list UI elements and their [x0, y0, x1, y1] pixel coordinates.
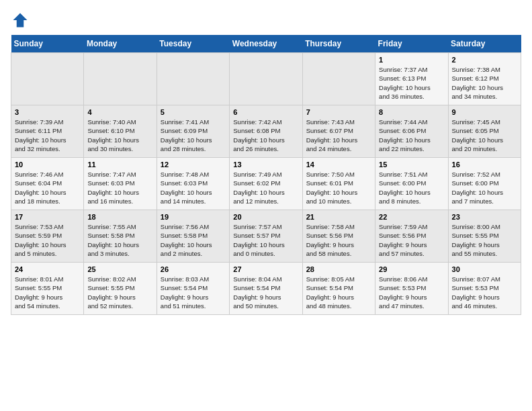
calendar-body: 1Sunrise: 7:37 AM Sunset: 6:13 PM Daylig… — [11, 53, 521, 315]
day-cell: 18Sunrise: 7:55 AM Sunset: 5:58 PM Dayli… — [84, 210, 157, 263]
day-info: Sunrise: 7:41 AM Sunset: 6:09 PM Dayligh… — [161, 118, 226, 153]
day-info: Sunrise: 8:06 AM Sunset: 5:53 PM Dayligh… — [379, 275, 444, 310]
day-cell: 30Sunrise: 8:07 AM Sunset: 5:53 PM Dayli… — [448, 263, 521, 315]
day-cell: 12Sunrise: 7:48 AM Sunset: 6:03 PM Dayli… — [157, 158, 229, 210]
day-number: 21 — [306, 213, 371, 221]
day-info: Sunrise: 7:38 AM Sunset: 6:12 PM Dayligh… — [452, 65, 517, 101]
header-day-tuesday: Tuesday — [157, 35, 229, 53]
header-day-monday: Monday — [84, 35, 157, 53]
day-cell: 5Sunrise: 7:41 AM Sunset: 6:09 PM Daylig… — [157, 105, 229, 158]
day-number: 9 — [452, 108, 517, 116]
header-day-sunday: Sunday — [11, 35, 84, 53]
day-info: Sunrise: 7:40 AM Sunset: 6:10 PM Dayligh… — [87, 118, 152, 153]
day-number: 6 — [233, 108, 298, 116]
day-cell: 23Sunrise: 8:00 AM Sunset: 5:55 PM Dayli… — [448, 210, 521, 263]
calendar-header: SundayMondayTuesdayWednesdayThursdayFrid… — [11, 35, 521, 53]
day-info: Sunrise: 7:46 AM Sunset: 6:04 PM Dayligh… — [15, 170, 80, 205]
day-number: 7 — [306, 108, 371, 116]
day-cell: 22Sunrise: 7:59 AM Sunset: 5:56 PM Dayli… — [375, 210, 448, 263]
day-number: 28 — [306, 265, 371, 273]
day-info: Sunrise: 8:05 AM Sunset: 5:54 PM Dayligh… — [306, 275, 371, 310]
day-number: 22 — [379, 213, 444, 221]
day-cell: 19Sunrise: 7:56 AM Sunset: 5:58 PM Dayli… — [157, 210, 229, 263]
header-day-friday: Friday — [375, 35, 448, 53]
day-cell: 7Sunrise: 7:43 AM Sunset: 6:07 PM Daylig… — [302, 105, 375, 158]
day-info: Sunrise: 7:45 AM Sunset: 6:05 PM Dayligh… — [452, 118, 517, 153]
day-cell: 3Sunrise: 7:39 AM Sunset: 6:11 PM Daylig… — [11, 105, 84, 158]
day-info: Sunrise: 8:00 AM Sunset: 5:55 PM Dayligh… — [452, 222, 517, 258]
day-cell: 10Sunrise: 7:46 AM Sunset: 6:04 PM Dayli… — [11, 158, 84, 210]
day-number: 12 — [161, 161, 226, 169]
day-cell — [11, 53, 84, 105]
day-cell: 20Sunrise: 7:57 AM Sunset: 5:57 PM Dayli… — [230, 210, 302, 263]
day-number: 1 — [379, 56, 444, 64]
day-cell: 26Sunrise: 8:03 AM Sunset: 5:54 PM Dayli… — [157, 263, 229, 315]
day-info: Sunrise: 7:50 AM Sunset: 6:01 PM Dayligh… — [306, 170, 371, 205]
day-number: 26 — [161, 265, 226, 273]
day-info: Sunrise: 8:03 AM Sunset: 5:54 PM Dayligh… — [161, 275, 226, 310]
day-number: 17 — [15, 213, 80, 221]
day-number: 14 — [306, 161, 371, 169]
day-cell: 28Sunrise: 8:05 AM Sunset: 5:54 PM Dayli… — [302, 263, 375, 315]
logo — [11, 11, 32, 30]
page-header — [11, 11, 521, 30]
day-info: Sunrise: 7:52 AM Sunset: 6:00 PM Dayligh… — [452, 170, 517, 205]
day-info: Sunrise: 8:04 AM Sunset: 5:54 PM Dayligh… — [233, 275, 298, 310]
day-cell: 24Sunrise: 8:01 AM Sunset: 5:55 PM Dayli… — [11, 263, 84, 315]
day-cell: 2Sunrise: 7:38 AM Sunset: 6:12 PM Daylig… — [448, 53, 521, 105]
day-info: Sunrise: 7:43 AM Sunset: 6:07 PM Dayligh… — [306, 118, 371, 153]
header-day-thursday: Thursday — [302, 35, 375, 53]
logo-icon — [11, 11, 30, 30]
day-number: 15 — [379, 161, 444, 169]
day-number: 24 — [15, 265, 80, 273]
day-cell: 16Sunrise: 7:52 AM Sunset: 6:00 PM Dayli… — [448, 158, 521, 210]
day-number: 2 — [452, 56, 517, 64]
svg-marker-0 — [13, 13, 28, 28]
day-cell: 25Sunrise: 8:02 AM Sunset: 5:55 PM Dayli… — [84, 263, 157, 315]
day-number: 8 — [379, 108, 444, 116]
day-number: 30 — [452, 265, 517, 273]
day-number: 20 — [233, 213, 298, 221]
day-info: Sunrise: 7:44 AM Sunset: 6:06 PM Dayligh… — [379, 118, 444, 153]
day-info: Sunrise: 7:37 AM Sunset: 6:13 PM Dayligh… — [379, 65, 444, 101]
day-info: Sunrise: 7:57 AM Sunset: 5:57 PM Dayligh… — [233, 222, 298, 258]
day-cell: 6Sunrise: 7:42 AM Sunset: 6:08 PM Daylig… — [230, 105, 302, 158]
day-number: 25 — [87, 265, 152, 273]
day-info: Sunrise: 7:53 AM Sunset: 5:59 PM Dayligh… — [15, 222, 80, 258]
day-info: Sunrise: 7:56 AM Sunset: 5:58 PM Dayligh… — [161, 222, 226, 258]
day-number: 13 — [233, 161, 298, 169]
day-cell: 9Sunrise: 7:45 AM Sunset: 6:05 PM Daylig… — [448, 105, 521, 158]
day-cell: 29Sunrise: 8:06 AM Sunset: 5:53 PM Dayli… — [375, 263, 448, 315]
day-number: 11 — [87, 161, 152, 169]
day-cell: 14Sunrise: 7:50 AM Sunset: 6:01 PM Dayli… — [302, 158, 375, 210]
day-info: Sunrise: 7:51 AM Sunset: 6:00 PM Dayligh… — [379, 170, 444, 205]
day-number: 19 — [161, 213, 226, 221]
day-info: Sunrise: 7:58 AM Sunset: 5:56 PM Dayligh… — [306, 222, 371, 258]
day-number: 27 — [233, 265, 298, 273]
day-number: 16 — [452, 161, 517, 169]
day-cell: 11Sunrise: 7:47 AM Sunset: 6:03 PM Dayli… — [84, 158, 157, 210]
day-number: 5 — [161, 108, 226, 116]
header-row: SundayMondayTuesdayWednesdayThursdayFrid… — [11, 35, 521, 53]
day-cell: 27Sunrise: 8:04 AM Sunset: 5:54 PM Dayli… — [230, 263, 302, 315]
day-cell — [302, 53, 375, 105]
day-info: Sunrise: 7:55 AM Sunset: 5:58 PM Dayligh… — [87, 222, 152, 258]
day-info: Sunrise: 7:48 AM Sunset: 6:03 PM Dayligh… — [161, 170, 226, 205]
day-number: 29 — [379, 265, 444, 273]
day-cell: 13Sunrise: 7:49 AM Sunset: 6:02 PM Dayli… — [230, 158, 302, 210]
week-row-0: 1Sunrise: 7:37 AM Sunset: 6:13 PM Daylig… — [11, 53, 521, 105]
week-row-3: 17Sunrise: 7:53 AM Sunset: 5:59 PM Dayli… — [11, 210, 521, 263]
day-info: Sunrise: 8:01 AM Sunset: 5:55 PM Dayligh… — [15, 275, 80, 310]
day-number: 18 — [87, 213, 152, 221]
day-cell: 4Sunrise: 7:40 AM Sunset: 6:10 PM Daylig… — [84, 105, 157, 158]
day-info: Sunrise: 7:59 AM Sunset: 5:56 PM Dayligh… — [379, 222, 444, 258]
day-cell: 17Sunrise: 7:53 AM Sunset: 5:59 PM Dayli… — [11, 210, 84, 263]
header-day-wednesday: Wednesday — [230, 35, 302, 53]
day-number: 23 — [452, 213, 517, 221]
day-cell — [230, 53, 302, 105]
day-number: 4 — [87, 108, 152, 116]
day-number: 3 — [15, 108, 80, 116]
week-row-2: 10Sunrise: 7:46 AM Sunset: 6:04 PM Dayli… — [11, 158, 521, 210]
day-cell: 1Sunrise: 7:37 AM Sunset: 6:13 PM Daylig… — [375, 53, 448, 105]
day-info: Sunrise: 7:42 AM Sunset: 6:08 PM Dayligh… — [233, 118, 298, 153]
